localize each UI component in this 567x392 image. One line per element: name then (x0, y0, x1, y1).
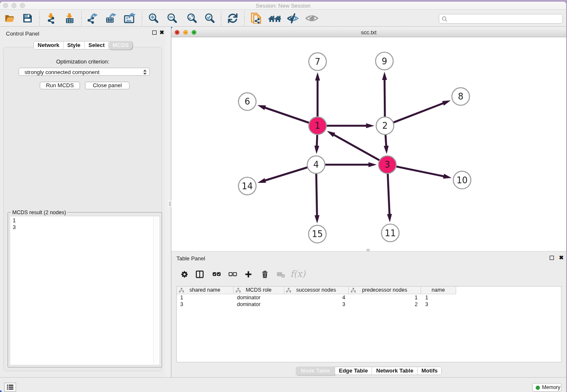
table-tab-motifs[interactable]: Motifs (418, 367, 441, 375)
table-cell[interactable]: 3 (284, 301, 349, 308)
table-cell[interactable]: 4 (284, 294, 349, 301)
window-title: Session: New Session (0, 3, 566, 9)
column-header-label: shared name (190, 287, 220, 293)
network-canvas[interactable]: 1234678910111415 (171, 37, 566, 251)
result-scrollbar[interactable] (153, 217, 159, 364)
toolbar-button-open-session[interactable] (3, 12, 16, 25)
toolbar-button-zoom-out[interactable] (166, 12, 179, 25)
table-cell[interactable]: dominator (234, 301, 284, 308)
graph-node-label: 11 (385, 228, 396, 238)
toolbar-button-copy-network[interactable] (250, 12, 263, 25)
graph-edge-2-8[interactable] (385, 103, 444, 126)
horizontal-splitter-handle[interactable] (366, 249, 370, 251)
float-table-panel-icon[interactable] (550, 256, 554, 260)
tree-icon (351, 288, 356, 293)
toolbar-button-import-network[interactable] (44, 12, 57, 25)
mcds-result-title: MCDS result (2 nodes) (11, 210, 67, 215)
export-table-icon (106, 13, 118, 24)
toolbar-button-save-session[interactable] (21, 12, 34, 25)
column-header-predecessor-nodes[interactable]: predecessor nodes (349, 287, 421, 294)
graph-node-label: 7 (315, 57, 320, 67)
zoom-fit-icon (187, 13, 198, 24)
control-tab-select[interactable]: Select (85, 41, 109, 49)
delete-table-button[interactable] (276, 270, 286, 279)
memory-button[interactable]: Memory (532, 383, 561, 392)
toolbar-button-export-table[interactable] (105, 12, 118, 25)
export-network-icon (87, 13, 98, 24)
table-cell[interactable]: 3 (177, 301, 234, 308)
toolbar-button-zoom-fit[interactable] (186, 12, 198, 25)
mcds-result-list[interactable]: 1 3 (10, 216, 160, 365)
float-panel-icon[interactable] (152, 30, 157, 35)
graph-edge-3-1[interactable] (333, 134, 387, 165)
create-column-button[interactable] (244, 270, 253, 279)
table-tab-edge-table[interactable]: Edge Table (335, 367, 372, 375)
toolbar-button-import-table[interactable] (63, 12, 76, 25)
table-cell[interactable]: dominator (234, 294, 284, 301)
task-list-icon (7, 384, 14, 390)
criterion-select[interactable]: strongly connected component (19, 68, 150, 76)
column-header-successor-nodes[interactable]: successor nodes (284, 287, 349, 294)
table-cell[interactable]: 3 (421, 301, 456, 308)
table-row[interactable]: 3dominator323 (177, 301, 456, 308)
graph-edge-arrowhead (366, 123, 374, 128)
toolbar-button-export-network[interactable] (86, 12, 99, 25)
close-panel-icon[interactable]: ✖ (160, 30, 164, 35)
zoom-in-icon (148, 13, 159, 24)
column-header-shared-name[interactable]: shared name (177, 287, 234, 294)
search-box[interactable] (439, 14, 563, 24)
mcds-result-groupbox: MCDS result (2 nodes) 1 3 (8, 212, 162, 367)
graph-node-label: 15 (312, 229, 323, 239)
node-table: shared name MCDS role successor nodes pr… (176, 286, 561, 362)
task-history-button[interactable] (4, 383, 16, 392)
control-tab-network[interactable]: Network (34, 41, 63, 49)
column-header-name[interactable]: name (421, 287, 456, 294)
graph-edge-arrowhead (314, 146, 319, 154)
table-cell[interactable]: 1 (177, 294, 234, 301)
function-builder-button[interactable]: f(x) (290, 269, 306, 279)
toolbar-button-hide-selected[interactable] (286, 12, 300, 25)
table-cell[interactable]: 2 (349, 301, 421, 308)
table-tab-network-table[interactable]: Network Table (372, 367, 418, 375)
run-mcds-button[interactable]: Run MCDS (40, 82, 80, 89)
graph-node-label: 2 (382, 121, 388, 131)
refresh-icon (227, 13, 238, 24)
table-cell[interactable]: 1 (421, 294, 456, 301)
delete-column-button[interactable] (260, 270, 270, 279)
toolbar-button-first-neighbors[interactable] (267, 12, 282, 25)
column-header-label: MCDS role (245, 287, 271, 293)
toolbar-button-zoom-selected[interactable] (204, 12, 216, 25)
trash-icon (260, 270, 270, 279)
column-settings-button[interactable] (180, 270, 189, 279)
close-panel-button[interactable]: Close panel (85, 82, 129, 89)
search-icon (442, 16, 448, 22)
control-tab-style[interactable]: Style (63, 41, 85, 49)
table-row[interactable]: 1dominator411 (177, 294, 456, 301)
control-tab-mcds[interactable]: MCDS (109, 41, 132, 50)
criterion-select-value: strongly connected component (25, 69, 99, 75)
deselect-all-button[interactable] (228, 270, 237, 279)
close-table-panel-icon[interactable]: ✖ (559, 256, 564, 260)
search-input[interactable] (448, 14, 562, 23)
vertical-splitter[interactable] (165, 27, 171, 377)
toggle-panel-button[interactable] (195, 270, 204, 279)
toolbar-separator (244, 11, 245, 25)
toolbar-button-refresh[interactable] (226, 12, 239, 25)
toolbar-separator (81, 11, 82, 25)
toolbar-button-export-image[interactable] (123, 12, 138, 25)
graph-node-label: 4 (313, 160, 319, 170)
network-graph: 1234678910111415 (171, 37, 566, 251)
houses-icon (268, 13, 281, 24)
table-panel-header: Table Panel ✖ (171, 253, 566, 264)
toolbar-button-zoom-in[interactable] (147, 12, 160, 25)
toolbar-button-show-all[interactable] (305, 12, 319, 25)
tree-icon (286, 288, 291, 293)
table-cell[interactable]: 1 (349, 294, 421, 301)
main-toolbar (0, 10, 566, 27)
copy-network-icon (251, 13, 262, 24)
table-tab-node-table[interactable]: Node Table (296, 367, 336, 375)
network-window-titlebar[interactable]: ✕ − + scc.txt (171, 28, 566, 37)
plus-icon (244, 270, 253, 279)
select-all-button[interactable] (212, 270, 221, 279)
column-header-MCDS-role[interactable]: MCDS role (234, 287, 284, 294)
